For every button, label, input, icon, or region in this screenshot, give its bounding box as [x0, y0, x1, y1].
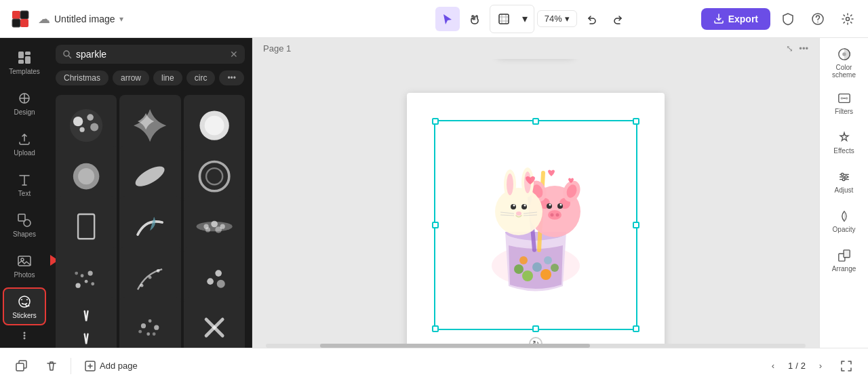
- page-next-button[interactable]: ›: [811, 357, 830, 376]
- undo-button[interactable]: [580, 7, 604, 31]
- page-current: 1: [788, 361, 793, 371]
- sidebar-item-design[interactable]: Design: [3, 84, 46, 122]
- svg-point-37: [211, 221, 218, 228]
- sticker-item[interactable]: [184, 297, 245, 348]
- svg-rect-0: [12, 11, 20, 19]
- sidebar-label-stickers: Stickers: [12, 312, 37, 319]
- right-filters[interactable]: Filters: [823, 84, 866, 122]
- svg-rect-34: [78, 214, 94, 239]
- settings-button[interactable]: [835, 7, 860, 31]
- right-arrange-label: Arrange: [832, 265, 856, 273]
- canvas-area: Page 1 ⤡ ••• •••: [252, 38, 819, 348]
- sticker-item[interactable]: [56, 297, 117, 348]
- add-page-button[interactable]: Add page: [79, 358, 143, 374]
- search-icon: [62, 49, 72, 59]
- tag-circ[interactable]: circ: [186, 70, 216, 85]
- sidebar-item-templates[interactable]: Templates: [3, 43, 46, 81]
- right-effects[interactable]: Effects: [823, 123, 866, 161]
- selection-wrapper: ↻: [434, 120, 637, 330]
- hand-tool[interactable]: [462, 7, 487, 31]
- right-effects-label: Effects: [833, 147, 854, 155]
- page-separator: /: [795, 361, 798, 371]
- svg-point-40: [205, 228, 210, 233]
- expand-icon[interactable]: ⤡: [786, 43, 793, 54]
- shield-button[interactable]: [776, 7, 800, 31]
- svg-rect-15: [18, 256, 31, 266]
- rotate-handle[interactable]: ↻: [529, 337, 542, 344]
- zoom-value: 74%: [545, 14, 562, 24]
- right-arrange[interactable]: Arrange: [823, 241, 866, 279]
- add-page-label: Add page: [100, 361, 138, 371]
- svg-rect-2: [12, 19, 20, 27]
- svg-point-19: [24, 334, 26, 336]
- selected-sticker[interactable]: [434, 120, 637, 330]
- zoom-control[interactable]: 74% ▾: [537, 10, 577, 27]
- svg-point-33: [206, 168, 222, 184]
- search-bar: ✕: [56, 45, 245, 64]
- svg-point-32: [199, 161, 229, 190]
- sidebar-item-photos[interactable]: Photos: [3, 247, 46, 285]
- file-dropdown-icon: ▾: [119, 14, 123, 24]
- horizontal-scrollbar[interactable]: [266, 344, 806, 348]
- svg-point-105: [842, 178, 845, 180]
- frame-dropdown[interactable]: ▾: [517, 7, 532, 31]
- bottom-right: ‹ 1 / 2 ›: [764, 355, 857, 377]
- frame-tool[interactable]: [492, 7, 516, 31]
- svg-point-65: [540, 269, 551, 280]
- svg-point-99: [842, 52, 846, 56]
- sidebar-item-text[interactable]: Text: [3, 165, 46, 203]
- right-adjust[interactable]: Adjust: [823, 163, 866, 201]
- right-color-scheme[interactable]: Color scheme: [823, 43, 866, 83]
- fullscreen-button[interactable]: [835, 355, 857, 377]
- page-duplicate-button[interactable]: [11, 355, 33, 377]
- zoom-dropdown-icon: ▾: [565, 14, 570, 24]
- page-label: Page 1: [263, 43, 291, 54]
- file-title[interactable]: ☁ Untitled image ▾: [38, 12, 364, 26]
- svg-point-78: [548, 210, 561, 220]
- frame-tool-group: ▾: [490, 5, 534, 33]
- svg-point-47: [140, 284, 144, 287]
- main-area: Templates Design Upload Text: [0, 38, 868, 348]
- right-panel: Color scheme Filters Effects: [819, 38, 868, 348]
- svg-point-76: [549, 204, 551, 206]
- pointer-tool[interactable]: [435, 7, 460, 31]
- tag-christmas[interactable]: Christmas: [56, 70, 108, 85]
- right-opacity[interactable]: Opacity: [823, 202, 866, 240]
- svg-point-48: [149, 276, 152, 279]
- app-logo[interactable]: [8, 7, 33, 31]
- page-header-right: ⤡ •••: [786, 43, 808, 54]
- canvas-scroll[interactable]: •••: [252, 59, 819, 344]
- page-prev-button[interactable]: ‹: [764, 357, 783, 376]
- svg-point-101: [840, 97, 843, 100]
- svg-point-46: [75, 272, 78, 275]
- svg-rect-109: [16, 363, 24, 371]
- search-input[interactable]: [76, 49, 226, 60]
- redo-button[interactable]: [606, 7, 630, 31]
- svg-point-17: [19, 296, 30, 307]
- tag-more[interactable]: •••: [219, 70, 244, 85]
- tag-line[interactable]: line: [153, 70, 182, 85]
- help-button[interactable]: [806, 7, 830, 31]
- sidebar-item-shapes[interactable]: Shapes: [3, 206, 46, 244]
- sticker-item[interactable]: [119, 297, 180, 348]
- tag-arrow[interactable]: arrow: [113, 70, 149, 85]
- svg-point-21: [64, 51, 69, 56]
- sidebar-item-upload[interactable]: Upload: [3, 125, 46, 163]
- svg-point-39: [215, 226, 222, 233]
- sidebar-item-stickers[interactable]: Stickers: [3, 287, 46, 325]
- export-button[interactable]: Export: [701, 8, 770, 30]
- search-clear-button[interactable]: ✕: [230, 49, 238, 60]
- svg-point-79: [551, 214, 554, 217]
- svg-point-53: [141, 324, 146, 329]
- bottom-left: Add page: [11, 355, 143, 377]
- sidebar-more[interactable]: [12, 328, 37, 342]
- sidebar-label-text: Text: [18, 190, 31, 197]
- svg-rect-8: [18, 52, 24, 58]
- svg-point-58: [139, 330, 142, 334]
- right-filters-label: Filters: [835, 108, 853, 115]
- page-header: Page 1 ⤡ •••: [252, 38, 819, 59]
- svg-point-62: [514, 264, 524, 274]
- page-options-icon[interactable]: •••: [799, 43, 808, 54]
- svg-point-7: [846, 17, 850, 20]
- page-delete-button[interactable]: [41, 355, 62, 377]
